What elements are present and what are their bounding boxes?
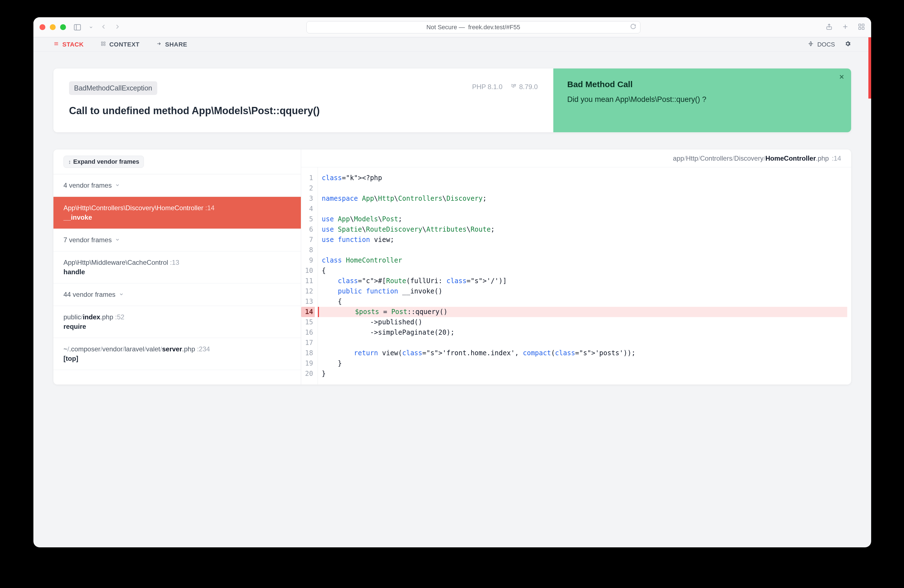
- expand-collapse-icon: ↕: [68, 159, 70, 165]
- vendor-frames-group[interactable]: 4 vendor frames: [54, 174, 301, 197]
- expand-vendor-frames-button[interactable]: ↕ Expand vendor frames: [63, 156, 144, 168]
- code-line: }: [322, 358, 847, 368]
- expand-vendor-frames-label: Expand vendor frames: [73, 158, 139, 165]
- svg-rect-8: [862, 27, 864, 30]
- error-header-card: BadMethodCallException PHP 8.1.0 8.79.0 …: [54, 68, 851, 132]
- code-line: public function __invoke(): [322, 286, 847, 297]
- svg-rect-5: [859, 24, 861, 26]
- line-number-gutter: 1234567891011121314151617181920: [301, 168, 318, 384]
- address-text: freek.dev.test/#F55: [468, 24, 520, 31]
- error-message: Call to undefined method App\Models\Post…: [69, 105, 538, 117]
- share-arrow-icon: [156, 41, 162, 48]
- close-solution-button[interactable]: [838, 74, 845, 81]
- address-prefix: Not Secure —: [427, 24, 465, 31]
- address-bar-container: Not Secure — freek.dev.test/#F55: [121, 21, 825, 33]
- code-line: [322, 338, 847, 348]
- svg-rect-0: [74, 24, 81, 30]
- code-line: {: [322, 297, 847, 307]
- chevron-down-icon: [115, 236, 120, 244]
- context-icon: [101, 41, 106, 48]
- close-window-button[interactable]: [40, 24, 45, 30]
- docs-icon: [808, 41, 814, 49]
- stack-frame[interactable]: public/index.php :52require: [54, 306, 301, 338]
- stack-frame[interactable]: App\Http\Middleware\CacheControl :13hand…: [54, 251, 301, 283]
- new-tab-button[interactable]: [842, 23, 849, 32]
- code-line: {: [322, 266, 847, 276]
- stack-frame[interactable]: ~/.composer/vendor/laravel/valet/server.…: [54, 338, 301, 370]
- stack-frames-list: ↕ Expand vendor frames 4 vendor frames A…: [54, 150, 301, 384]
- laravel-version: 8.79.0: [511, 83, 538, 91]
- nav-stack-label: STACK: [62, 41, 84, 48]
- title-bar: Not Secure — freek.dev.test/#F55: [33, 17, 871, 37]
- nav-context-label: CONTEXT: [109, 41, 140, 48]
- nav-context[interactable]: CONTEXT: [101, 41, 140, 48]
- nav-share[interactable]: SHARE: [156, 41, 187, 48]
- laravel-icon: [511, 83, 517, 91]
- code-file-path: app/Http/Controllers/Discovery/HomeContr…: [673, 155, 841, 162]
- nav-docs-label: DOCS: [817, 41, 835, 48]
- solution-panel: Bad Method Call Did you mean App\Models\…: [553, 68, 851, 132]
- stack-frame[interactable]: App\Http\Controllers\Discovery\HomeContr…: [54, 197, 301, 229]
- close-icon: [838, 76, 845, 81]
- settings-button[interactable]: [844, 40, 851, 49]
- tab-overview-button[interactable]: [858, 23, 865, 32]
- vendor-frames-group[interactable]: 7 vendor frames: [54, 229, 301, 251]
- code-line: use function view;: [322, 235, 847, 245]
- code-line: [322, 183, 847, 193]
- ignition-top-nav: STACK CONTEXT SHARE DOCS: [33, 37, 871, 52]
- error-indicator-bar: [868, 37, 871, 98]
- code-line: $posts = Post::qquery(): [318, 307, 847, 317]
- code-line: ->published(): [322, 317, 847, 327]
- reload-button[interactable]: [630, 24, 636, 31]
- code-pane: app/Http/Controllers/Discovery/HomeContr…: [301, 150, 851, 384]
- chevron-down-icon: [119, 291, 124, 299]
- source-code: class="k"><?php namespace App\Http\Contr…: [318, 168, 851, 384]
- code-line: use Spatie\RouteDiscovery\Attributes\Rou…: [322, 224, 847, 235]
- browser-window: Not Secure — freek.dev.test/#F55 STACK: [33, 17, 871, 547]
- tab-group-menu-button[interactable]: [89, 25, 93, 30]
- back-button[interactable]: [100, 23, 107, 32]
- share-button[interactable]: [825, 23, 833, 32]
- minimize-window-button[interactable]: [50, 24, 56, 30]
- stack-icon: [54, 41, 59, 48]
- code-line: [322, 204, 847, 214]
- solution-title: Bad Method Call: [567, 80, 837, 89]
- code-line: }: [322, 368, 847, 379]
- chevron-down-icon: [115, 182, 120, 189]
- stack-trace-panel: ↕ Expand vendor frames 4 vendor frames A…: [54, 150, 851, 384]
- window-controls: [40, 24, 66, 30]
- vendor-frames-group[interactable]: 44 vendor frames: [54, 283, 301, 306]
- solution-body: Did you mean App\Models\Post::query() ?: [567, 95, 837, 104]
- forward-button[interactable]: [114, 23, 121, 32]
- address-bar[interactable]: Not Secure — freek.dev.test/#F55: [307, 21, 640, 33]
- svg-rect-7: [859, 27, 861, 30]
- php-version: PHP 8.1.0: [472, 83, 503, 91]
- nav-docs[interactable]: DOCS: [808, 41, 835, 49]
- code-line: class="c">#[Route(fullUri: class="s">'/'…: [322, 276, 847, 286]
- maximize-window-button[interactable]: [60, 24, 66, 30]
- nav-share-label: SHARE: [165, 41, 187, 48]
- code-line: use App\Models\Post;: [322, 214, 847, 224]
- nav-stack[interactable]: STACK: [54, 41, 84, 48]
- code-line: class HomeController: [322, 255, 847, 266]
- code-line: [322, 245, 847, 255]
- code-line: namespace App\Http\Controllers\Discovery…: [322, 193, 847, 204]
- sidebar-toggle-button[interactable]: [73, 23, 82, 32]
- code-line: class="k"><?php: [322, 173, 847, 183]
- gear-icon: [844, 41, 851, 49]
- exception-class: BadMethodCallException: [69, 81, 157, 95]
- code-line: return view(class="s">'front.home.index'…: [322, 348, 847, 358]
- code-line: ->simplePaginate(20);: [322, 327, 847, 338]
- svg-rect-6: [862, 24, 864, 26]
- laravel-version-text: 8.79.0: [519, 83, 538, 91]
